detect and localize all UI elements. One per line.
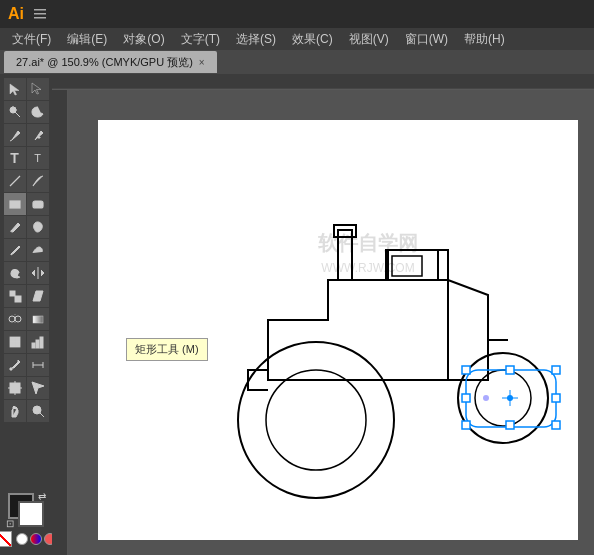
svg-rect-59 <box>552 421 560 429</box>
pen-tool[interactable] <box>4 124 26 146</box>
menu-text[interactable]: 文字(T) <box>173 29 228 50</box>
add-anchor-tool[interactable] <box>27 124 49 146</box>
menu-help[interactable]: 帮助(H) <box>456 29 513 50</box>
eyedropper-tool[interactable] <box>4 354 26 376</box>
menu-window[interactable]: 窗口(W) <box>397 29 456 50</box>
shear-tool[interactable] <box>27 285 49 307</box>
canvas-area[interactable]: // ruler ticks - do inline 软件自学网 WWW.RJW… <box>52 74 594 555</box>
svg-rect-16 <box>15 296 21 302</box>
svg-line-3 <box>15 112 20 117</box>
color-section: ⇄ ⊡ <box>0 491 56 551</box>
svg-point-19 <box>15 316 21 322</box>
stroke-none-row <box>0 531 56 547</box>
pencil-tool[interactable] <box>4 239 26 261</box>
artboard: 软件自学网 WWW.RJW.COM <box>98 120 578 540</box>
svg-text:WWW.RJW.COM: WWW.RJW.COM <box>321 261 414 275</box>
slice-tool[interactable] <box>27 377 49 399</box>
tab-close-button[interactable]: × <box>199 57 205 68</box>
background-color[interactable] <box>18 501 44 527</box>
canvas-content[interactable]: 软件自学网 WWW.RJW.COM <box>68 90 594 555</box>
direct-selection-tool[interactable] <box>27 78 49 100</box>
vertical-type-tool[interactable]: T <box>27 147 49 169</box>
svg-rect-13 <box>33 201 43 208</box>
artboard-tool[interactable] <box>4 377 26 399</box>
svg-rect-57 <box>462 421 470 429</box>
text-row: T T <box>4 147 49 169</box>
document-tab[interactable]: 27.ai* @ 150.9% (CMYK/GPU 预览) × <box>4 51 217 73</box>
svg-point-49 <box>238 342 394 498</box>
svg-line-11 <box>10 176 20 186</box>
rotate-tool[interactable] <box>4 262 26 284</box>
menu-select[interactable]: 选择(S) <box>228 29 284 50</box>
line-tool[interactable] <box>4 170 26 192</box>
svg-line-8 <box>10 140 12 141</box>
color-mode-dots <box>16 533 56 545</box>
none-color-icon[interactable] <box>0 531 12 547</box>
rect-row <box>4 193 49 215</box>
svg-rect-12 <box>10 201 20 208</box>
selection-tool[interactable] <box>4 78 26 100</box>
smooth-tool[interactable] <box>27 239 49 261</box>
svg-rect-55 <box>462 394 470 402</box>
svg-rect-2 <box>34 17 46 19</box>
gradient-tool[interactable] <box>27 308 49 330</box>
blend-tool[interactable] <box>4 308 26 330</box>
selection-tool-row <box>4 78 49 100</box>
chart-tool[interactable] <box>27 331 49 353</box>
lasso-tool[interactable] <box>27 101 49 123</box>
svg-point-63 <box>483 395 489 401</box>
pen-row <box>4 124 49 146</box>
color-dot-gradient <box>30 533 42 545</box>
scale-row <box>4 285 49 307</box>
slice-row <box>4 377 49 399</box>
svg-rect-25 <box>32 343 35 348</box>
reset-colors-icon[interactable]: ⊡ <box>6 518 14 529</box>
eyedropper-row <box>4 354 49 376</box>
ruler-left <box>52 90 68 555</box>
zoom-tool[interactable] <box>27 400 49 422</box>
svg-rect-56 <box>552 394 560 402</box>
toolbar: T T <box>0 74 52 555</box>
svg-rect-1 <box>34 13 46 15</box>
svg-rect-54 <box>552 366 560 374</box>
svg-rect-21 <box>33 316 43 323</box>
menu-edit[interactable]: 编辑(E) <box>59 29 115 50</box>
svg-point-50 <box>266 370 366 470</box>
svg-rect-0 <box>34 9 46 11</box>
paintbrush-tool[interactable] <box>4 216 26 238</box>
tab-label: 27.ai* @ 150.9% (CMYK/GPU 预览) <box>16 55 193 70</box>
svg-rect-26 <box>36 340 39 348</box>
svg-rect-58 <box>506 421 514 429</box>
blob-brush-tool[interactable] <box>27 216 49 238</box>
gradient-row <box>4 308 49 330</box>
rectangle-tool[interactable] <box>4 193 26 215</box>
svg-line-7 <box>15 108 16 109</box>
reflect-tool[interactable] <box>27 262 49 284</box>
ruler-top: // ruler ticks - do inline <box>52 74 594 90</box>
svg-line-37 <box>40 413 44 417</box>
svg-rect-52 <box>462 366 470 374</box>
title-bar: Ai <box>0 0 594 28</box>
svg-rect-31 <box>10 383 20 393</box>
hand-row <box>4 400 49 422</box>
scale-tool[interactable] <box>4 285 26 307</box>
menu-file[interactable]: 文件(F) <box>4 29 59 50</box>
arc-tool[interactable] <box>27 170 49 192</box>
rounded-rect-tool[interactable] <box>27 193 49 215</box>
measure-tool[interactable] <box>27 354 49 376</box>
line-row <box>4 170 49 192</box>
menu-bar: 文件(F) 编辑(E) 对象(O) 文字(T) 选择(S) 效果(C) 视图(V… <box>0 28 594 50</box>
hand-tool[interactable] <box>4 400 26 422</box>
main-layout: T T <box>0 74 594 555</box>
menu-effect[interactable]: 效果(C) <box>284 29 341 50</box>
mesh-tool[interactable] <box>4 331 26 353</box>
color-swatches: ⇄ ⊡ <box>6 491 46 529</box>
menu-view[interactable]: 视图(V) <box>341 29 397 50</box>
mesh-row <box>4 331 49 353</box>
svg-rect-53 <box>506 366 514 374</box>
menu-object[interactable]: 对象(O) <box>115 29 172 50</box>
tractor-svg: 软件自学网 WWW.RJW.COM <box>128 150 594 555</box>
magic-lasso-row <box>4 101 49 123</box>
type-tool[interactable]: T <box>4 147 26 169</box>
magic-wand-tool[interactable] <box>4 101 26 123</box>
